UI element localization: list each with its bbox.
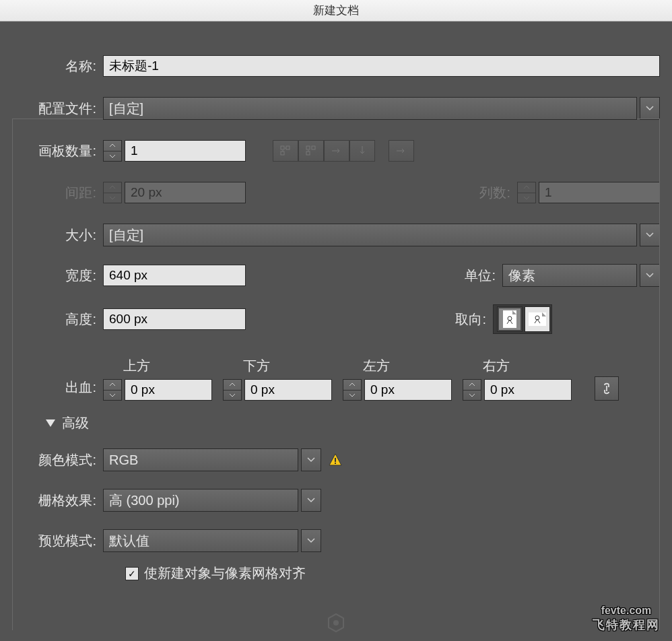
align-pixel-grid-label: 使新建对象与像素网格对齐 (144, 564, 306, 582)
dialog-title: 新建文档 (313, 3, 359, 18)
grid-by-col-icon (298, 140, 324, 162)
divider (12, 119, 13, 630)
stepper-up-icon[interactable] (104, 380, 121, 391)
width-label: 宽度: (12, 267, 103, 285)
preview-dropdown[interactable]: 默认值 (103, 529, 298, 552)
artboard-count-input[interactable]: 1 (125, 140, 246, 162)
bleed-top-input[interactable]: 0 px (125, 379, 212, 401)
svg-rect-0 (281, 146, 284, 149)
raster-dropdown[interactable]: 高 (300 ppi) (103, 489, 298, 512)
watermark-cn: 飞特教程网 (593, 617, 660, 633)
spacing-input: 20 px (125, 182, 246, 203)
bleed-bottom-stepper[interactable] (223, 379, 242, 401)
stepper-up-icon (104, 182, 121, 193)
name-label: 名称: (12, 57, 103, 75)
stepper-down-icon[interactable] (463, 391, 481, 401)
stepper-down-icon[interactable] (104, 151, 121, 162)
bleed-right-stepper[interactable] (463, 379, 481, 401)
stepper-up-icon (518, 182, 535, 193)
spacing-label: 间距: (12, 184, 103, 202)
svg-point-12 (333, 620, 339, 626)
bleed-bottom-label: 下方 (223, 357, 332, 375)
bleed-left-stepper[interactable] (343, 379, 362, 401)
svg-rect-5 (312, 146, 315, 149)
stepper-down-icon[interactable] (343, 391, 361, 401)
bleed-right-label: 右方 (463, 357, 572, 375)
columns-input: 1 (539, 182, 660, 203)
size-label: 大小: (12, 226, 103, 244)
artboard-count-label: 画板数量: (12, 142, 103, 160)
stepper-up-icon[interactable] (463, 380, 481, 391)
svg-rect-11 (335, 463, 336, 464)
spacing-stepper (103, 182, 122, 203)
arrange-down-icon (349, 140, 375, 162)
color-mode-label: 颜色模式: (12, 451, 103, 469)
columns-label: 列数: (479, 184, 517, 202)
preview-label: 预览模式: (12, 532, 103, 550)
watermark: fevte.com 飞特教程网 (593, 605, 660, 633)
align-pixel-grid-checkbox[interactable]: ✓ (125, 567, 139, 580)
arrange-right-icon (324, 140, 349, 162)
units-label: 单位: (465, 267, 502, 285)
columns-stepper (517, 182, 536, 203)
stepper-down-icon[interactable] (104, 391, 121, 401)
height-label: 高度: (12, 310, 103, 329)
warning-icon (328, 452, 343, 467)
units-dropdown[interactable]: 像素 (502, 264, 637, 287)
artboard-count-stepper[interactable] (103, 140, 122, 162)
stepper-up-icon[interactable] (343, 380, 361, 391)
arrange-right-2-icon (389, 140, 414, 162)
raster-dropdown-arrow[interactable] (301, 489, 321, 512)
bleed-left-input[interactable]: 0 px (364, 379, 452, 401)
orientation-label: 取向: (455, 310, 493, 329)
grid-by-row-icon (273, 140, 298, 162)
svg-rect-3 (306, 146, 310, 149)
stepper-up-icon[interactable] (104, 141, 121, 151)
orientation-portrait-button[interactable] (497, 306, 523, 332)
bleed-top-label: 上方 (103, 357, 212, 375)
size-dropdown-arrow[interactable] (640, 224, 660, 246)
stepper-down-icon[interactable] (224, 391, 241, 401)
preview-dropdown-arrow[interactable] (301, 529, 321, 552)
bleed-top-stepper[interactable] (103, 379, 122, 401)
bleed-link-button[interactable] (595, 376, 619, 401)
bleed-bottom-input[interactable]: 0 px (244, 379, 332, 401)
name-input[interactable]: 未标题-1 (103, 55, 660, 77)
svg-rect-4 (306, 151, 310, 155)
watermark-hex-icon (326, 613, 346, 636)
bleed-right-input[interactable]: 0 px (484, 379, 572, 401)
size-dropdown[interactable]: [自定] (103, 224, 637, 246)
height-input[interactable]: 600 px (103, 308, 246, 330)
bleed-label: 出血: (12, 378, 103, 401)
profile-dropdown-arrow[interactable] (640, 97, 660, 120)
orientation-landscape-button[interactable] (525, 306, 550, 332)
disclosure-triangle-icon[interactable] (46, 419, 55, 427)
width-input[interactable]: 640 px (103, 265, 246, 286)
title-bar: 新建文档 (0, 0, 672, 22)
svg-rect-10 (335, 458, 336, 462)
profile-label: 配置文件: (12, 100, 103, 118)
watermark-url: fevte.com (601, 605, 652, 617)
units-dropdown-arrow[interactable] (640, 264, 660, 287)
divider (659, 119, 660, 630)
stepper-up-icon[interactable] (224, 380, 241, 391)
svg-rect-2 (281, 151, 284, 155)
bleed-left-label: 左方 (343, 357, 452, 375)
stepper-down-icon (104, 193, 121, 203)
color-mode-dropdown-arrow[interactable] (301, 448, 321, 471)
stepper-down-icon (518, 193, 535, 203)
advanced-label[interactable]: 高级 (62, 414, 89, 432)
color-mode-dropdown[interactable]: RGB (103, 448, 298, 471)
raster-label: 栅格效果: (12, 492, 103, 510)
profile-dropdown[interactable]: [自定] (103, 97, 637, 120)
svg-rect-1 (286, 146, 290, 149)
